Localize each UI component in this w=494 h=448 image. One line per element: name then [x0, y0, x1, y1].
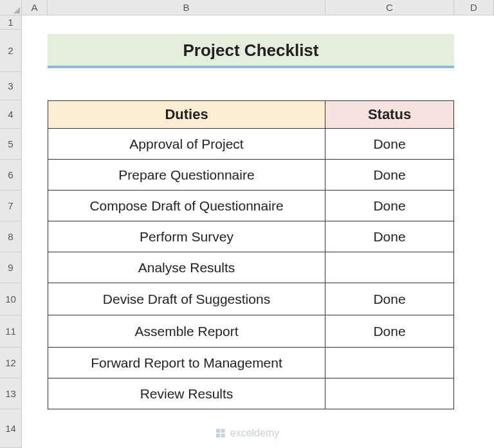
row-header-14[interactable]: 14	[0, 409, 22, 448]
row-header-7[interactable]: 7	[0, 191, 22, 221]
select-all-corner[interactable]	[0, 0, 22, 15]
row-1-cells[interactable]	[48, 15, 454, 30]
header-duties[interactable]: Duties	[48, 100, 325, 129]
col-header-b[interactable]: B	[48, 0, 325, 15]
row-header-11[interactable]: 11	[0, 315, 22, 348]
row-header-5[interactable]: 5	[0, 129, 22, 160]
col-d-cells[interactable]	[454, 15, 494, 448]
col-a-cells[interactable]	[22, 15, 48, 448]
table-row-duty[interactable]: Forward Report to Management	[48, 348, 325, 378]
table-row-status[interactable]	[325, 252, 454, 283]
table-row-status[interactable]: Done	[325, 221, 454, 252]
page-title: Project Checklist	[48, 34, 454, 68]
watermark: exceldemy	[215, 427, 279, 439]
row-header-12[interactable]: 12	[0, 348, 22, 378]
row-header-13[interactable]: 13	[0, 378, 22, 409]
row-header-6[interactable]: 6	[0, 160, 22, 191]
table-row-status[interactable]: Done	[325, 315, 454, 348]
table-row-duty[interactable]: Devise Draft of Suggestions	[48, 283, 325, 315]
watermark-text: exceldemy	[230, 427, 279, 439]
title-merged-cell[interactable]: Project Checklist	[48, 30, 454, 72]
table-row-status[interactable]: Done	[325, 283, 454, 315]
table-row-status[interactable]: Done	[325, 160, 454, 191]
table-row-duty[interactable]: Assemble Report	[48, 315, 325, 348]
table-row-duty[interactable]: Analyse Results	[48, 252, 325, 283]
table-row-duty[interactable]: Compose Draft of Questionnaire	[48, 191, 325, 221]
logo-icon	[215, 427, 226, 439]
table-row-duty[interactable]: Prepare Questionnaire	[48, 160, 325, 191]
row-header-8[interactable]: 8	[0, 221, 22, 252]
row-3-cells[interactable]	[48, 72, 454, 100]
row-header-2[interactable]: 2	[0, 30, 22, 72]
table-row-duty[interactable]: Perform Survey	[48, 221, 325, 252]
table-row-duty[interactable]: Approval of Project	[48, 129, 325, 160]
table-row-duty[interactable]: Review Results	[48, 378, 325, 409]
row-header-3[interactable]: 3	[0, 72, 22, 100]
col-header-d[interactable]: D	[454, 0, 494, 15]
col-header-c[interactable]: C	[325, 0, 454, 15]
col-header-a[interactable]: A	[22, 0, 48, 15]
row-header-9[interactable]: 9	[0, 252, 22, 283]
table-row-status[interactable]: Done	[325, 129, 454, 160]
table-row-status[interactable]	[325, 348, 454, 378]
table-row-status[interactable]: Done	[325, 191, 454, 221]
header-status[interactable]: Status	[325, 100, 454, 129]
row-header-1[interactable]: 1	[0, 15, 22, 30]
table-row-status[interactable]	[325, 378, 454, 409]
spreadsheet-grid: A B C D 1 2 3 4 5 6 7 8 9 10 11 12 13 14…	[0, 0, 494, 448]
row-header-10[interactable]: 10	[0, 283, 22, 315]
row-header-4[interactable]: 4	[0, 100, 22, 129]
